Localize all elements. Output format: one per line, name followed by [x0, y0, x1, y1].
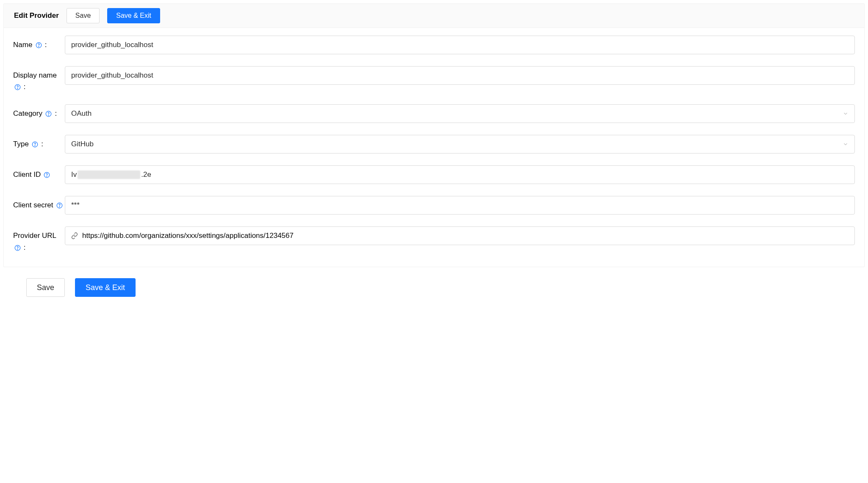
field-client-id: Client ID Iv .2e [13, 165, 855, 184]
name-input[interactable] [65, 36, 855, 54]
field-name: Name : [13, 36, 855, 54]
field-client-secret: Client secret [13, 196, 855, 215]
label-provider-url: Provider URL : [13, 226, 65, 253]
field-display-name: Display name : [13, 66, 855, 92]
save-button-header[interactable]: Save [67, 8, 100, 23]
form-body: Name : Display name : [4, 28, 864, 267]
svg-point-11 [59, 207, 60, 207]
help-icon[interactable] [14, 244, 21, 251]
svg-point-9 [47, 176, 47, 177]
type-select[interactable]: GitHub [65, 135, 855, 154]
link-icon [71, 232, 78, 239]
type-value: GitHub [71, 140, 94, 148]
field-type: Type : GitHub [13, 135, 855, 154]
help-icon[interactable] [45, 111, 52, 117]
client-id-input[interactable]: Iv .2e [65, 165, 855, 184]
page-title: Edit Provider [14, 11, 59, 20]
label-client-secret: Client secret [13, 196, 65, 211]
display-name-input[interactable] [65, 66, 855, 85]
save-exit-button-header[interactable]: Save & Exit [107, 8, 160, 23]
save-button-footer[interactable]: Save [26, 278, 65, 297]
label-type: Type : [13, 135, 65, 150]
provider-url-input[interactable] [82, 227, 849, 245]
svg-point-3 [17, 88, 18, 89]
edit-provider-card: Edit Provider Save Save & Exit Name : Di… [3, 3, 865, 267]
category-select[interactable]: OAuth [65, 104, 855, 123]
label-client-id: Client ID [13, 165, 65, 180]
chevron-down-icon [843, 141, 849, 147]
help-icon[interactable] [32, 141, 39, 148]
svg-point-1 [39, 46, 39, 47]
redacted-content [78, 170, 140, 179]
label-category: Category : [13, 104, 65, 119]
help-icon[interactable] [35, 42, 42, 49]
footer-actions: Save Save & Exit [3, 267, 865, 309]
chevron-down-icon [843, 111, 849, 117]
svg-point-13 [17, 249, 18, 249]
save-exit-button-footer[interactable]: Save & Exit [75, 278, 136, 297]
category-value: OAuth [71, 109, 92, 118]
help-icon[interactable] [44, 172, 50, 179]
label-display-name: Display name : [13, 66, 65, 92]
provider-url-input-wrap [65, 226, 855, 245]
field-category: Category : OAuth [13, 104, 855, 123]
label-name: Name : [13, 36, 65, 50]
svg-point-5 [48, 115, 49, 116]
client-secret-input[interactable] [65, 196, 855, 215]
field-provider-url: Provider URL : [13, 226, 855, 253]
help-icon[interactable] [14, 84, 21, 91]
help-icon[interactable] [56, 202, 63, 209]
svg-point-7 [35, 146, 35, 146]
card-header: Edit Provider Save Save & Exit [4, 4, 864, 28]
